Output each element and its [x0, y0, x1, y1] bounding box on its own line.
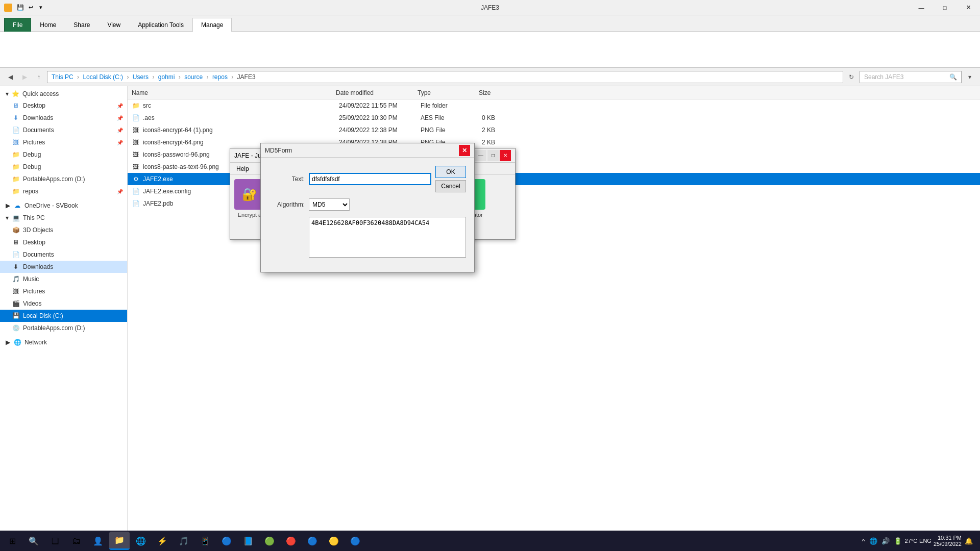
title-bar-left: 💾 ↩ ▾ [0, 4, 51, 12]
dropdown-icon[interactable]: ▾ [37, 4, 45, 12]
computer-icon: 💻 [12, 214, 20, 222]
sidebar-item-desktop-pc[interactable]: 🖥 Desktop [0, 236, 127, 248]
table-row[interactable]: 📁 src 24/09/2022 11:55 PM File folder [128, 99, 980, 112]
battery-icon[interactable]: 🔋 [893, 536, 903, 546]
sidebar-item-pictures[interactable]: 🖼 Pictures 📌 [0, 136, 127, 148]
sidebar-item-videos[interactable]: 🎬 Videos [0, 297, 127, 310]
search-button[interactable]: 🔍 [23, 532, 44, 550]
sidebar-quick-access[interactable]: ▾ ⭐ Quick access [0, 88, 127, 99]
taskbar-app-2[interactable]: 👤 [88, 532, 108, 550]
taskbar-app-6[interactable]: 🎵 [174, 532, 194, 550]
search-box[interactable]: Search JAFE3 🔍 [860, 71, 962, 83]
taskbar-app-9[interactable]: 📘 [238, 532, 258, 550]
search-icon: 🔍 [29, 536, 39, 546]
up-button[interactable]: ↑ [33, 71, 45, 83]
undo-icon[interactable]: ↩ [27, 4, 35, 12]
dialog-text-input[interactable] [309, 173, 431, 185]
dialog-cancel-button[interactable]: Cancel [435, 180, 466, 192]
jafe-maximize-button[interactable]: □ [487, 150, 499, 161]
weather-label: 27°C [905, 538, 918, 544]
taskbar-app-5[interactable]: ⚡ [152, 532, 173, 550]
taskbar-app-13[interactable]: 🟡 [324, 532, 344, 550]
sidebar-item-pictures-pc[interactable]: 🖼 Pictures [0, 285, 127, 297]
task-view-button[interactable]: ❑ [45, 532, 65, 550]
taskbar-app-1[interactable]: 🗂 [66, 532, 87, 550]
breadcrumb-text: This PC › Local Disk (C:) › Users › gohm… [52, 73, 256, 81]
drive-icon: 💾 [12, 312, 20, 320]
table-row[interactable]: 📄 .aes 25/09/2022 10:30 PM AES File 0 KB [128, 112, 980, 124]
sidebar-item-documents[interactable]: 📄 Documents 📌 [0, 124, 127, 136]
address-bar: ◀ ▶ ↑ This PC › Local Disk (C:) › Users … [0, 68, 980, 86]
save-icon[interactable]: 💾 [16, 4, 24, 12]
language-label[interactable]: ENG [919, 538, 932, 544]
sidebar-item-portableapps-drive[interactable]: 💿 PortableApps.com (D:) [0, 322, 127, 334]
ribbon-tabs: File Home Share View Application Tools M… [0, 15, 980, 32]
dialog-ok-button[interactable]: OK [435, 166, 466, 178]
sidebar-network[interactable]: ▶ 🌐 Network [0, 336, 127, 348]
forward-button[interactable]: ▶ [18, 71, 31, 83]
sidebar-item-label: Desktop [23, 239, 45, 246]
sidebar-this-pc[interactable]: ▾ 💻 This PC [0, 212, 127, 224]
md5-dialog[interactable]: MD5Form ✕ Text: OK Cancel Algorithm: MD5… [260, 143, 475, 272]
sidebar-item-label: Documents [23, 251, 54, 258]
tab-file[interactable]: File [4, 18, 31, 32]
minimize-button[interactable]: — [910, 0, 933, 15]
breadcrumb[interactable]: This PC › Local Disk (C:) › Users › gohm… [47, 71, 843, 83]
image-icon: 🖼 [132, 138, 140, 146]
chevron-up-icon[interactable]: ^ [861, 536, 866, 546]
taskbar-app-3[interactable]: 📁 [109, 532, 130, 550]
table-row[interactable]: 🖼 icons8-encrypt-64.png 24/09/2022 12:38… [128, 136, 980, 148]
col-header-date[interactable]: Date modified [336, 89, 418, 96]
taskbar-app-8[interactable]: 🔵 [216, 532, 237, 550]
sidebar-item-debug1[interactable]: 📁 Debug [0, 148, 127, 161]
taskbar-app-12[interactable]: 🔵 [302, 532, 323, 550]
tab-application-tools[interactable]: Application Tools [129, 18, 192, 32]
dialog-algorithm-select[interactable]: MD5 SHA1 SHA256 [309, 198, 350, 211]
sidebar-item-downloads[interactable]: ⬇ Downloads 📌 [0, 112, 127, 124]
tab-home[interactable]: Home [31, 18, 65, 32]
sidebar-item-music[interactable]: 🎵 Music [0, 273, 127, 285]
taskbar-app-7[interactable]: 📱 [195, 532, 215, 550]
pin-icon: 📌 [117, 115, 123, 121]
col-header-type[interactable]: Type [418, 89, 479, 96]
jafe-minimize-button[interactable]: — [475, 150, 486, 161]
date-display: 25/09/2022 [934, 541, 962, 547]
jafe-close-button[interactable]: ✕ [500, 150, 511, 161]
dialog-close-button[interactable]: ✕ [459, 145, 470, 156]
speaker-icon[interactable]: 🔊 [880, 536, 891, 546]
taskbar-app-14[interactable]: 🔵 [345, 532, 365, 550]
desktop-icon: 🖥 [12, 238, 20, 246]
sidebar-item-portableapps[interactable]: 📁 PortableApps.com (D:) [0, 173, 127, 185]
clock[interactable]: 10:31 PM 25/09/2022 [934, 535, 962, 547]
network-tray-icon[interactable]: 🌐 [868, 536, 878, 546]
table-row[interactable]: 🖼 icons8-encrypt-64 (1).png 24/09/2022 1… [128, 124, 980, 136]
col-header-size[interactable]: Size [479, 89, 520, 96]
tab-manage[interactable]: Manage [192, 18, 232, 32]
file-name: .aes [143, 114, 339, 121]
back-button[interactable]: ◀ [4, 71, 16, 83]
notification-icon[interactable]: 🔔 [964, 536, 974, 546]
sidebar-onedrive[interactable]: ▶ ☁ OneDrive - SVBook [0, 199, 127, 212]
sidebar-item-3dobjects[interactable]: 📦 3D Objects [0, 224, 127, 236]
sidebar-item-downloads-pc[interactable]: ⬇ Downloads [0, 261, 127, 273]
col-header-name[interactable]: Name [132, 89, 336, 96]
taskbar-tray: ^ 🌐 🔊 🔋 27°C ENG 10:31 PM 25/09/2022 🔔 [861, 535, 978, 547]
sidebar-item-desktop[interactable]: 🖥 Desktop 📌 [0, 99, 127, 112]
jafe-menu-help[interactable]: Help [232, 164, 253, 173]
taskbar-app-11[interactable]: 🔴 [281, 532, 301, 550]
sidebar-item-documents-pc[interactable]: 📄 Documents [0, 248, 127, 261]
sidebar-item-repos[interactable]: 📁 repos 📌 [0, 185, 127, 197]
music-icon: 🎵 [12, 275, 20, 283]
start-button[interactable]: ⊞ [2, 532, 22, 550]
dialog-result-textarea[interactable]: 4B4E126628AF00F3620488DA8D94CA54 [309, 217, 466, 258]
taskbar-app-10[interactable]: 🟢 [259, 532, 280, 550]
sidebar-item-debug2[interactable]: 📁 Debug [0, 161, 127, 173]
tab-share[interactable]: Share [65, 18, 99, 32]
maximize-button[interactable]: □ [933, 0, 957, 15]
refresh-button[interactable]: ↻ [845, 71, 857, 83]
tab-view[interactable]: View [99, 18, 129, 32]
close-button[interactable]: ✕ [957, 0, 980, 15]
expand-button[interactable]: ▾ [964, 71, 976, 83]
taskbar-app-4[interactable]: 🌐 [131, 532, 151, 550]
sidebar-item-local-disk[interactable]: 💾 Local Disk (C:) [0, 310, 127, 322]
